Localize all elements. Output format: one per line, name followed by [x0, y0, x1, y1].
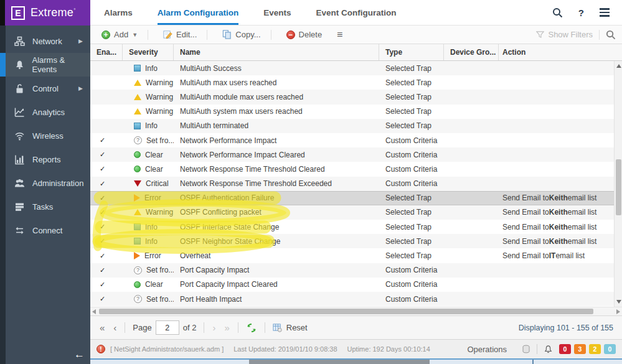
device-group-cell — [444, 105, 499, 119]
alarm-action-cell — [499, 90, 622, 104]
table-row[interactable]: ✓ ? Set fro... Port Capacity Impact Cust… — [90, 263, 622, 278]
tab-events[interactable]: Events — [263, 0, 291, 25]
tab-alarms[interactable]: Alarms — [104, 0, 133, 25]
alarm-action-cell — [499, 263, 622, 278]
alarm-action-cell: Send Email to IT email list — [499, 248, 622, 263]
control-icon — [14, 83, 26, 94]
add-button[interactable]: + Add ▼ — [95, 30, 144, 39]
sidebar-item-wireless[interactable]: Wireless ▶ — [6, 124, 90, 147]
refresh-icon[interactable] — [247, 323, 257, 333]
alarm-name-cell: Port Health Impact — [174, 292, 379, 306]
alarm-action-cell: Send Email to Keith email list — [499, 192, 622, 205]
column-header-enabled[interactable]: Ena... — [90, 44, 123, 60]
table-search-icon[interactable] — [606, 30, 616, 40]
device-group-cell — [444, 220, 499, 234]
page-number-input[interactable] — [156, 320, 179, 335]
alarm-name-cell: OSPF Conflicting packet — [174, 205, 379, 220]
column-header-severity[interactable]: Severity — [123, 44, 174, 60]
reset-icon — [273, 323, 282, 332]
alarm-action-cell — [499, 105, 622, 119]
copy-button[interactable]: Copy... — [216, 30, 266, 39]
bell-icon[interactable] — [544, 345, 553, 354]
first-page-button[interactable]: « — [95, 322, 109, 333]
toolbar: + Add ▼ Edit... Copy... — [90, 26, 622, 44]
table-row[interactable]: ✓ Critical Network Response Time Thresho… — [90, 177, 622, 191]
show-filters-button[interactable]: Show Filters — [536, 30, 593, 39]
edit-button[interactable]: Edit... — [157, 30, 203, 39]
status-badge[interactable]: 0 — [604, 344, 616, 354]
help-icon[interactable]: ? — [578, 7, 584, 18]
scroll-up-icon[interactable] — [616, 64, 621, 68]
table-row[interactable]: ✓ Clear Network Response Time Threshold … — [90, 162, 622, 176]
alert-icon[interactable]: ! — [97, 345, 105, 353]
last-page-button[interactable]: » — [220, 322, 233, 333]
sidebar-item-connect[interactable]: Connect ▶ — [6, 218, 90, 242]
device-group-cell — [444, 90, 499, 104]
table-row[interactable]: ✓ Info OSPF Interface State Change Selec… — [90, 220, 622, 234]
reset-button[interactable]: Reset — [273, 323, 308, 332]
tab-event-configuration[interactable]: Event Configuration — [316, 0, 397, 25]
vertical-scrollbar[interactable] — [614, 61, 622, 307]
scroll-left-icon[interactable] — [92, 309, 96, 314]
alarm-type-cell: Selected Trap — [379, 105, 444, 119]
alarm-name-cell: Overheat — [174, 248, 379, 263]
severity-label: Warning — [146, 78, 173, 87]
table-row[interactable]: ✓ Clear Port Capacity Impact Cleared Cus… — [90, 278, 622, 292]
severity-icon — [134, 108, 141, 114]
network-icon — [14, 36, 26, 47]
sidebar-item-network[interactable]: Network ▶ — [6, 29, 90, 53]
sidebar-item-reports[interactable]: Reports ▶ — [6, 147, 90, 171]
sidebar-item-administration[interactable]: Administration ▶ — [6, 171, 90, 195]
table-row[interactable]: ✓ Error OSPF Authentication Failure Sele… — [90, 191, 622, 205]
alarm-type-cell: Custom Criteria — [379, 263, 444, 278]
sidebar-collapse-icon[interactable]: ← — [74, 348, 85, 361]
table-row[interactable]: Info MultiAuth terminated Selected Trap — [90, 119, 622, 133]
horizontal-scrollbar[interactable] — [90, 307, 622, 315]
table-row[interactable]: ✓ Warning OSPF Conflicting packet Select… — [90, 205, 622, 220]
column-header-device-group[interactable]: Device Gro... — [444, 44, 499, 60]
alarm-name-cell: Network Performance Impact — [174, 133, 379, 147]
prev-page-button[interactable]: ‹ — [109, 322, 121, 333]
toolbar-menu-icon[interactable]: ≡ — [337, 29, 342, 40]
scroll-right-icon[interactable] — [616, 309, 620, 314]
logo-edge — [0, 0, 5, 26]
scroll-down-icon[interactable] — [616, 300, 621, 304]
table-row[interactable]: ✓ Info OSPF Neighbor State Change Select… — [90, 234, 622, 248]
status-badge[interactable]: 0 — [559, 344, 571, 354]
alarm-type-cell: Selected Trap — [379, 205, 444, 220]
menu-icon[interactable] — [600, 8, 610, 17]
table-row[interactable]: Warning MultiAuth module max users reach… — [90, 90, 622, 104]
table-row[interactable]: ✓ ? Set fro... Port Health Impact Custom… — [90, 292, 622, 306]
sidebar-item-tasks[interactable]: Tasks ▶ — [6, 195, 90, 218]
search-icon[interactable] — [552, 7, 563, 18]
sidebar-item-analytics[interactable]: Analytics ▶ — [6, 100, 90, 124]
tab-alarm-configuration[interactable]: Alarm Configuration — [158, 0, 239, 25]
severity-label: Clear — [145, 280, 163, 289]
alarm-action-cell: Send Email to Keith email list — [499, 220, 622, 234]
table-row[interactable]: Info MultiAuth Success Selected Trap — [90, 61, 622, 75]
vertical-scroll-thumb[interactable] — [616, 159, 621, 215]
table-row[interactable]: Warning MultiAuth max users reached Sele… — [90, 75, 622, 90]
status-badge[interactable]: 3 — [574, 344, 586, 354]
sidebar-item-label: Administration — [32, 179, 83, 188]
sidebar-item-control[interactable]: Control ▶ — [6, 77, 90, 100]
table-row[interactable]: Warning MultiAuth system max users reach… — [90, 105, 622, 119]
column-header-type[interactable]: Type — [379, 44, 444, 60]
column-header-name[interactable]: Name — [174, 44, 379, 60]
enabled-checkmark: ✓ — [100, 266, 105, 274]
database-icon[interactable] — [522, 345, 530, 354]
table-row[interactable]: ✓ Error Overheat Selected Trap Send Emai… — [90, 248, 622, 263]
brand-logo: E Extreme° — [0, 0, 90, 26]
next-page-button[interactable]: › — [208, 322, 220, 333]
table-row[interactable]: ✓ Clear Network Performance Impact Clear… — [90, 147, 622, 162]
device-group-cell — [444, 162, 499, 176]
severity-label: Warning — [146, 107, 173, 116]
table-row[interactable]: ✓ ? Set fro... Network Performance Impac… — [90, 133, 622, 147]
column-header-action[interactable]: Action — [499, 44, 622, 60]
delete-button[interactable]: − Delete — [280, 30, 329, 39]
sidebar-item-alarms-events[interactable]: Alarms & Events ▶ — [6, 53, 90, 77]
status-badge[interactable]: 2 — [589, 344, 601, 354]
horizontal-scroll-thumb[interactable] — [99, 309, 593, 314]
operations-button[interactable]: Operations — [467, 345, 507, 354]
severity-label: Error — [144, 194, 161, 202]
